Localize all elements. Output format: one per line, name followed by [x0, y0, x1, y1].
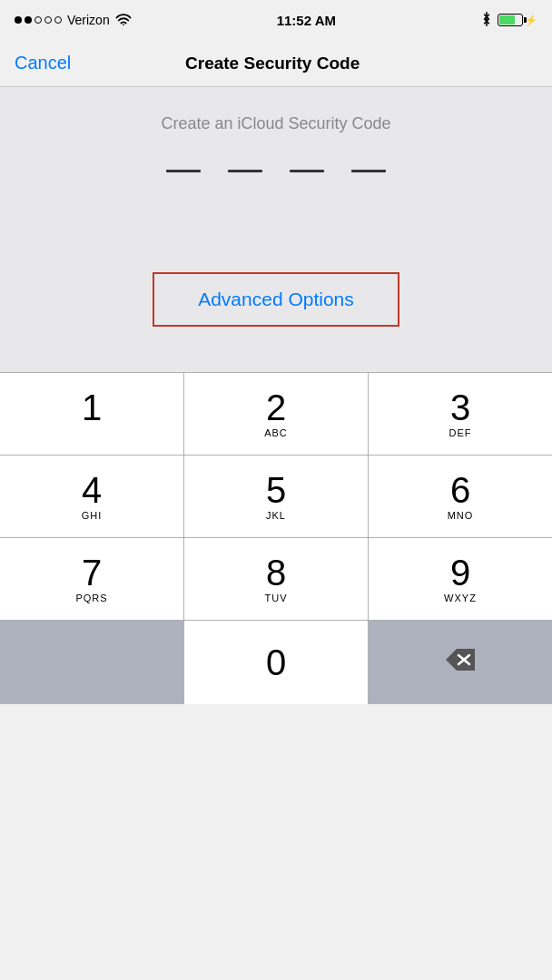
numeric-keyboard: 1 2 ABC 3 DEF 4 GHI 5 JKL 6 MNO 7 PQRS: [0, 372, 552, 704]
key-4[interactable]: 4 GHI: [0, 456, 184, 537]
svg-point-0: [123, 24, 124, 25]
key-5[interactable]: 5 JKL: [184, 456, 369, 537]
key-6[interactable]: 6 MNO: [369, 456, 552, 537]
key-3[interactable]: 3 DEF: [369, 373, 552, 455]
key-9[interactable]: 9 WXYZ: [369, 538, 552, 620]
charging-icon: ⚡: [525, 15, 537, 26]
status-bar: Verizon 11:52 AM ⚡: [0, 0, 552, 40]
carrier-name: Verizon: [67, 13, 110, 27]
signal-dot-1: [15, 16, 22, 24]
battery-fill: [499, 15, 515, 24]
page-title: Create Security Code: [185, 54, 360, 74]
cancel-button[interactable]: Cancel: [15, 53, 71, 74]
wifi-icon: [115, 13, 132, 28]
pin-input-display: [166, 170, 386, 172]
key-8[interactable]: 8 TUV: [184, 538, 369, 620]
battery: ⚡: [498, 14, 537, 26]
key-row-4: 0: [0, 621, 552, 704]
navigation-bar: Cancel Create Security Code: [0, 40, 552, 87]
pin-dash-3: [290, 170, 324, 172]
status-right: ⚡: [481, 12, 537, 29]
advanced-section: Advanced Options: [18, 218, 534, 354]
key-0[interactable]: 0: [184, 621, 369, 704]
subtitle-text: Create an iCloud Security Code: [161, 114, 390, 133]
battery-body: [498, 14, 523, 26]
advanced-options-button[interactable]: Advanced Options: [153, 272, 399, 327]
main-content: Create an iCloud Security Code Advanced …: [0, 87, 552, 372]
status-left: Verizon: [15, 13, 132, 28]
signal-dot-2: [25, 16, 32, 24]
signal-dot-5: [54, 16, 62, 24]
key-7[interactable]: 7 PQRS: [0, 538, 184, 620]
backspace-icon: [444, 647, 477, 679]
pin-dash-4: [351, 170, 386, 172]
bluetooth-icon: [481, 12, 492, 29]
key-backspace[interactable]: [369, 621, 552, 704]
key-empty: [0, 621, 184, 704]
key-1[interactable]: 1: [0, 373, 184, 455]
key-2[interactable]: 2 ABC: [184, 373, 369, 455]
signal-strength: [15, 16, 62, 24]
key-row-1: 1 2 ABC 3 DEF: [0, 373, 552, 456]
key-row-3: 7 PQRS 8 TUV 9 WXYZ: [0, 538, 552, 621]
signal-dot-4: [44, 16, 52, 24]
pin-dash-1: [166, 170, 201, 172]
key-row-2: 4 GHI 5 JKL 6 MNO: [0, 456, 552, 538]
status-time: 11:52 AM: [277, 13, 336, 28]
pin-dash-2: [228, 170, 262, 172]
signal-dot-3: [34, 16, 42, 24]
